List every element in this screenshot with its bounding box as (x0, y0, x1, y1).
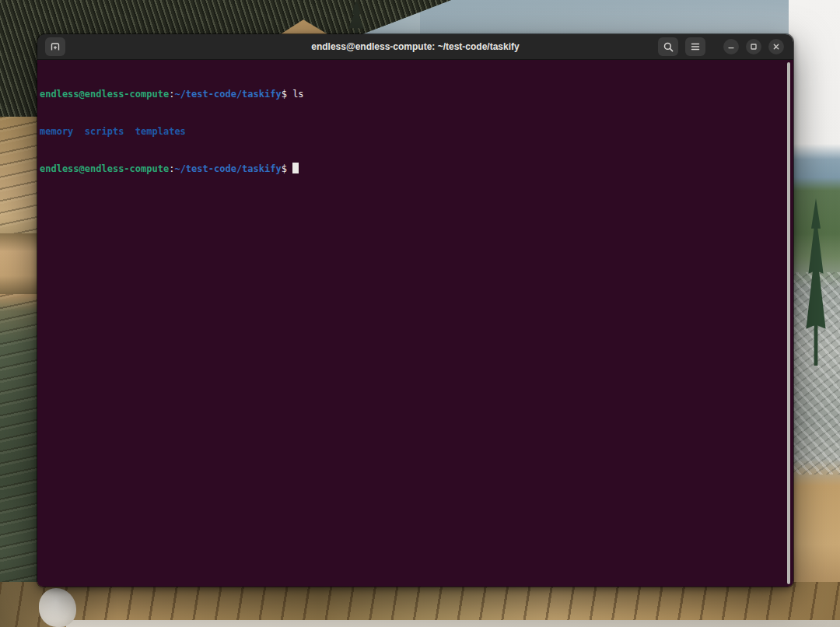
prompt-path: ~/test-code/taskify (174, 163, 281, 174)
wallpaper-wood-beam (0, 233, 40, 294)
wallpaper-light-path (66, 620, 840, 627)
prompt-symbol: $ (282, 89, 287, 100)
titlebar[interactable]: endless@endless-compute: ~/test-code/tas… (37, 34, 793, 60)
prompt-path: ~/test-code/taskify (174, 89, 281, 100)
close-icon (772, 43, 780, 51)
window-title: endless@endless-compute: ~/test-code/tas… (311, 41, 519, 52)
wallpaper-white-carving (39, 588, 76, 627)
directory-entry: memory (40, 126, 73, 137)
terminal-line-prompt-1: endless@endless-compute:~/test-code/task… (40, 88, 782, 100)
typed-command: ls (292, 89, 303, 100)
directory-entry: scripts (85, 126, 124, 137)
terminal-window: endless@endless-compute: ~/test-code/tas… (37, 34, 793, 587)
search-button[interactable] (658, 37, 678, 56)
minimize-button[interactable] (723, 39, 739, 54)
minimize-icon (727, 43, 735, 51)
new-tab-button[interactable] (45, 37, 65, 56)
maximize-button[interactable] (746, 39, 761, 54)
directory-entry: templates (135, 126, 186, 137)
new-tab-icon (49, 40, 61, 53)
wallpaper-shingle-wall (0, 117, 40, 627)
terminal-screen[interactable]: endless@endless-compute:~/test-code/task… (37, 60, 793, 587)
prompt-user: endless@endless-compute (40, 89, 169, 100)
terminal-scrollbar[interactable] (787, 62, 790, 584)
search-icon (663, 41, 674, 53)
menu-icon (690, 42, 701, 51)
prompt-user: endless@endless-compute (40, 163, 169, 174)
terminal-line-output: memoryscriptstemplates (40, 125, 782, 138)
terminal-cursor (292, 163, 299, 173)
maximize-icon (750, 43, 758, 51)
prompt-symbol: $ (282, 163, 287, 174)
close-button[interactable] (768, 39, 784, 54)
menu-button[interactable] (685, 37, 705, 56)
terminal-line-prompt-2: endless@endless-compute:~/test-code/task… (40, 163, 782, 175)
